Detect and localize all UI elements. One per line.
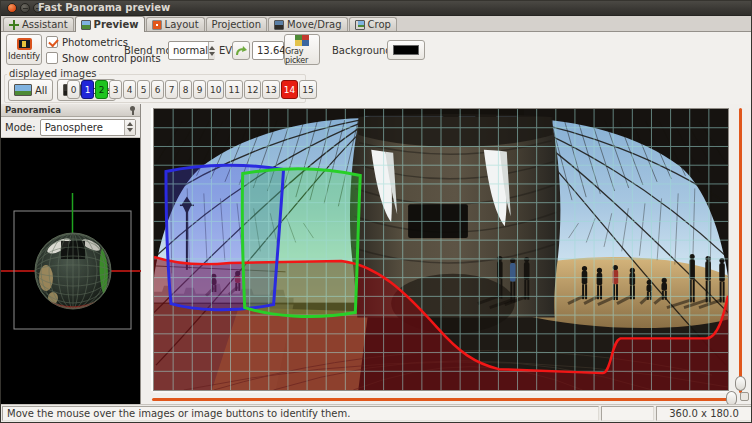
image-toggle-15[interactable]: 15	[299, 80, 316, 99]
image-toggle-buttons: 0 1 2 3 4 5 6 7 8 9 10 11 12 13 14 15	[67, 80, 317, 99]
status-bar: Move the mouse over the images or image …	[1, 404, 751, 422]
green-arrow-icon	[235, 45, 248, 57]
crop-icon	[355, 20, 365, 30]
status-message: Move the mouse over the images or image …	[2, 406, 599, 421]
image-toggle-3[interactable]: 3	[109, 80, 122, 99]
mode-select[interactable]: Panosphere	[40, 119, 136, 136]
mode-row: Mode: Panosphere	[1, 117, 140, 138]
vertical-slider-track	[739, 108, 742, 393]
tab-label: Crop	[368, 19, 391, 30]
background-color-swatch	[393, 45, 419, 55]
move-drag-icon	[274, 20, 284, 30]
tab-label: Move/Drag	[287, 19, 341, 30]
slider-corner-chip[interactable]	[740, 392, 749, 401]
fast-panorama-preview-window: Fast Panorama preview Assistant Preview …	[0, 0, 752, 423]
titlebar: Fast Panorama preview	[1, 1, 751, 16]
background-color-button[interactable]	[387, 40, 425, 60]
checkbox-unchecked-icon[interactable]	[46, 52, 58, 64]
gray-picker-icon	[295, 35, 309, 46]
gray-picker-label: Gray picker	[285, 47, 319, 65]
tab-assistant[interactable]: Assistant	[3, 17, 74, 31]
ev-value: 13.64	[253, 45, 286, 56]
vertical-slider-handle[interactable]	[735, 376, 746, 391]
vertical-fov-slider[interactable]	[732, 108, 749, 393]
spinner-arrows-icon[interactable]	[124, 120, 135, 135]
preview-icon	[81, 20, 91, 30]
image-toggle-13[interactable]: 13	[262, 80, 279, 99]
close-icon[interactable]	[7, 3, 17, 13]
ev-spinbox[interactable]: 13.64	[252, 41, 284, 60]
image-toggle-14[interactable]: 14	[281, 80, 298, 99]
preview-pane	[142, 104, 751, 404]
tab-label: Layout	[165, 19, 199, 30]
image-toggle-5[interactable]: 5	[137, 80, 150, 99]
panorama-preview-canvas[interactable]	[153, 108, 729, 391]
tab-crop[interactable]: Crop	[349, 17, 397, 31]
window-title: Fast Panorama preview	[38, 2, 170, 13]
ev-reset-button[interactable]	[232, 41, 250, 60]
image-toggle-7[interactable]: 7	[165, 80, 178, 99]
tab-label: Assistant	[22, 19, 68, 30]
image-toggle-6[interactable]: 6	[151, 80, 164, 99]
photometrics-checkbox[interactable]: Photometrics	[46, 36, 128, 48]
checkbox-checked-icon[interactable]	[46, 36, 58, 48]
panel-title: Panoramica	[5, 105, 61, 115]
image-toggle-0[interactable]: 0	[67, 80, 80, 99]
background-label: Background:	[332, 32, 395, 68]
toolbar: Identify Photometrics Show control point…	[1, 32, 751, 68]
tab-preview[interactable]: Preview	[75, 16, 145, 32]
image-toggle-4[interactable]: 4	[123, 80, 136, 99]
tab-label: Preview	[94, 19, 139, 30]
status-spacer	[601, 406, 654, 421]
assistant-icon	[9, 20, 19, 30]
all-images-icon	[14, 84, 32, 96]
spinner-arrows-icon[interactable]	[208, 42, 215, 59]
panosphere-render	[1, 138, 141, 406]
image-toggle-12[interactable]: 12	[244, 80, 261, 99]
image-toggle-1[interactable]: 1	[81, 80, 94, 99]
pin-icon[interactable]	[129, 106, 136, 115]
panosphere-3d-view[interactable]	[1, 138, 140, 404]
tab-layout[interactable]: Layout	[146, 17, 205, 31]
tab-move-drag[interactable]: Move/Drag	[268, 17, 347, 31]
image-toggle-10[interactable]: 10	[207, 80, 224, 99]
blend-mode-value: normal	[169, 45, 208, 56]
horizontal-slider-track	[152, 398, 730, 401]
photometrics-label: Photometrics	[62, 37, 128, 48]
gray-picker-button[interactable]: Gray picker	[284, 34, 320, 65]
blend-mode-select[interactable]: normal	[168, 41, 215, 60]
minimize-icon[interactable]	[20, 3, 30, 13]
image-toggle-9[interactable]: 9	[193, 80, 206, 99]
panorama-render	[154, 109, 728, 390]
main-area: Panoramica Mode: Panosphere	[1, 104, 751, 404]
displayed-images-label: displayed images	[7, 68, 99, 79]
mode-value: Panosphere	[41, 122, 124, 133]
image-toggle-8[interactable]: 8	[179, 80, 192, 99]
identify-button[interactable]: Identify	[6, 34, 42, 65]
identify-label: Identify	[8, 51, 40, 61]
all-label: All	[35, 85, 47, 96]
identify-icon	[17, 38, 32, 50]
panel-header[interactable]: Panoramica	[1, 104, 140, 117]
tab-projection[interactable]: Projection	[206, 17, 267, 31]
tab-bar: Assistant Preview Layout Projection Move…	[1, 16, 751, 32]
panorama-dimensions: 360.0 x 180.0	[656, 406, 752, 421]
mode-label: Mode:	[5, 122, 36, 133]
tab-label: Projection	[212, 19, 261, 30]
layout-icon	[152, 20, 162, 30]
displayed-images-section: displayed images All None 0 1 2 3 4 5 6 …	[1, 68, 751, 104]
show-all-images-button[interactable]: All	[8, 79, 53, 101]
image-toggle-11[interactable]: 11	[225, 80, 242, 99]
image-toggle-2[interactable]: 2	[95, 80, 108, 99]
panosphere-panel: Panoramica Mode: Panosphere	[1, 104, 141, 404]
